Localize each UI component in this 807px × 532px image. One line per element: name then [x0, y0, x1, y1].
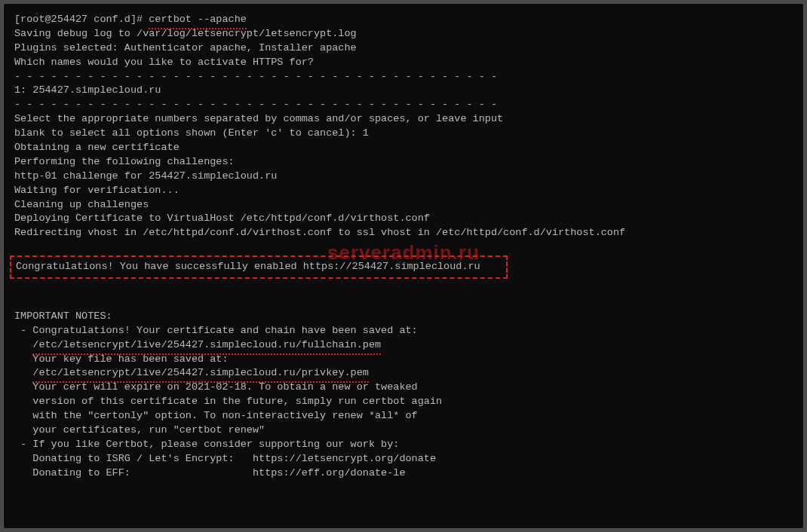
notes-line: your certificates, run "certbot renew": [14, 423, 793, 438]
notes-line: - Congratulations! Your certificate and …: [14, 324, 793, 338]
fullchain-path: /etc/letsencrypt/live/254427.simplecloud…: [32, 338, 381, 353]
donate-line: Donating to ISRG / Let's Encrypt: https:…: [14, 452, 793, 466]
important-notes-heading: IMPORTANT NOTES:: [14, 310, 793, 324]
output-line: Saving debug log to /var/log/letsencrypt…: [14, 27, 793, 41]
blank-line: [14, 295, 793, 310]
notes-line: with the "certonly" option. To non-inter…: [14, 409, 793, 423]
output-line: blank to select all options shown (Enter…: [14, 127, 793, 141]
output-line: Waiting for verification...: [14, 184, 793, 198]
shell-prompt: [root@254427 conf.d]#: [14, 14, 149, 25]
privkey-path: /etc/letsencrypt/live/254427.simplecloud…: [32, 366, 369, 381]
prompt-line: [root@254427 conf.d]# certbot --apache: [14, 13, 793, 27]
output-line: Obtaining a new certificate: [14, 141, 793, 155]
terminal-window[interactable]: [root@254427 conf.d]# certbot --apache S…: [3, 3, 804, 529]
blank-line: [14, 281, 793, 295]
dash-separator: - - - - - - - - - - - - - - - - - - - - …: [14, 70, 793, 84]
output-line: Which names would you like to activate H…: [14, 56, 793, 70]
command-text: certbot --apache: [149, 13, 247, 27]
privkey-path-line: /etc/letsencrypt/live/254427.simplecloud…: [14, 366, 793, 381]
output-line: Cleaning up challenges: [14, 198, 793, 212]
watermark-row: serveradmin.ru: [14, 240, 793, 255]
notes-line: - If you like Certbot, please consider s…: [14, 438, 793, 452]
output-line: http-01 challenge for 254427.simplecloud…: [14, 170, 793, 184]
donate-line: Donating to EFF: https://eff.org/donate-…: [14, 466, 793, 481]
dash-separator: - - - - - - - - - - - - - - - - - - - - …: [14, 98, 793, 112]
congratulations-highlight-box: Congratulations! You have successfully e…: [10, 255, 508, 279]
congratulations-text: Congratulations! You have successfully e…: [16, 261, 480, 272]
domain-option: 1: 254427.simplecloud.ru: [14, 84, 793, 98]
fullchain-path-line: /etc/letsencrypt/live/254427.simplecloud…: [14, 338, 793, 353]
output-line: Select the appropriate numbers separated…: [14, 112, 793, 127]
output-line: Performing the following challenges:: [14, 155, 793, 170]
notes-line: version of this certificate in the futur…: [14, 395, 793, 409]
output-line: Deploying Certificate to VirtualHost /et…: [14, 212, 793, 226]
output-line: Plugins selected: Authenticator apache, …: [14, 41, 793, 56]
